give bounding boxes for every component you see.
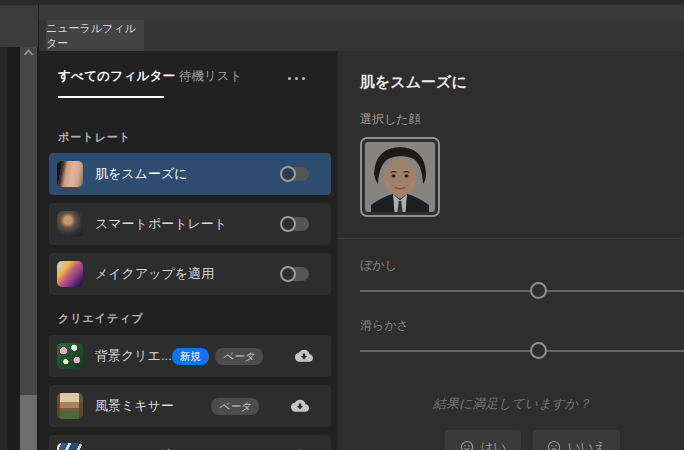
filter-item-label: 風景ミキサー bbox=[95, 397, 174, 415]
section-divider bbox=[338, 238, 684, 239]
filter-thumbnail-smart-portrait bbox=[57, 211, 83, 237]
beta-badge: ベータ bbox=[211, 398, 259, 415]
filter-item-label: スマートポートレート bbox=[95, 215, 227, 233]
background-panel-header bbox=[0, 5, 38, 48]
filter-item-background-creation[interactable]: 背景クリエ... 新規 ベータ bbox=[49, 335, 331, 377]
scrollbar-track[interactable] bbox=[20, 47, 37, 450]
sad-face-icon bbox=[547, 440, 561, 450]
feedback-yes-label: はい bbox=[481, 439, 507, 450]
smoothness-slider-knob[interactable] bbox=[530, 342, 547, 359]
filter-item-smart-portrait[interactable]: スマートポートレート bbox=[49, 203, 331, 245]
filter-thumbnail-style-transfer bbox=[57, 443, 83, 450]
filter-item-style-transfer[interactable]: スタイルの適用 bbox=[49, 435, 331, 450]
makeup-toggle[interactable] bbox=[281, 267, 309, 281]
filter-item-smooth-skin[interactable]: 肌をスムーズに bbox=[49, 153, 331, 195]
filter-thumbnail-makeup bbox=[57, 261, 83, 287]
blur-slider-track[interactable] bbox=[360, 290, 684, 292]
blur-slider-label: ぼかし bbox=[360, 257, 397, 274]
neural-filters-window: ニューラルフィルター すべてのフィルター 待機リスト ポートレート 肌をスムーズ… bbox=[0, 0, 684, 450]
beta-badge: ベータ bbox=[215, 348, 263, 365]
feedback-no-label: いいえ bbox=[568, 439, 606, 450]
filter-detail-panel: 肌をスムーズに 選択した顔 bbox=[337, 51, 684, 450]
filter-thumbnail-landscape-mixer bbox=[57, 393, 83, 419]
filter-thumbnail-smooth-skin bbox=[57, 161, 83, 187]
dialog-tab-strip: ニューラルフィルター bbox=[39, 20, 684, 51]
filter-thumbnail-background-creation bbox=[57, 343, 83, 369]
filter-item-label: 背景クリエ... bbox=[95, 347, 172, 365]
smooth-skin-toggle[interactable] bbox=[281, 167, 309, 181]
feedback-question: 結果に満足していますか？ bbox=[338, 395, 684, 413]
feedback-yes-button[interactable]: はい bbox=[445, 430, 521, 450]
dialog-top-bar bbox=[39, 5, 684, 20]
selected-face-thumbnail[interactable] bbox=[360, 137, 440, 217]
more-options-icon[interactable] bbox=[288, 77, 305, 80]
happy-face-icon bbox=[460, 440, 474, 450]
tab-wait-list[interactable]: 待機リスト bbox=[179, 68, 242, 85]
detail-title: 肌をスムーズに bbox=[360, 73, 467, 92]
neural-filters-dialog: ニューラルフィルター すべてのフィルター 待機リスト ポートレート 肌をスムーズ… bbox=[38, 5, 684, 450]
tab-all-filters[interactable]: すべてのフィルター bbox=[58, 68, 176, 85]
filter-item-label: 肌をスムーズに bbox=[95, 165, 188, 183]
smoothness-slider-label: 滑らかさ bbox=[360, 317, 409, 334]
selected-face-label: 選択した顔 bbox=[360, 111, 421, 128]
tab-neural-filter[interactable]: ニューラルフィルター bbox=[46, 20, 144, 51]
filter-item-label: メイクアップを適用 bbox=[95, 265, 214, 283]
smoothness-slider-track[interactable] bbox=[360, 350, 684, 352]
cloud-download-icon[interactable] bbox=[295, 349, 313, 363]
cloud-download-icon[interactable] bbox=[291, 399, 309, 413]
new-badge: 新規 bbox=[172, 348, 209, 365]
face-portrait-image bbox=[365, 142, 435, 212]
blur-slider-knob[interactable] bbox=[530, 282, 547, 299]
section-creative-label: クリエイティブ bbox=[58, 311, 144, 326]
scrollbar-thumb[interactable] bbox=[20, 395, 37, 450]
section-portrait-label: ポートレート bbox=[58, 130, 131, 145]
smart-portrait-toggle[interactable] bbox=[281, 217, 309, 231]
active-tab-underline bbox=[58, 96, 164, 98]
scrollbar-up-icon[interactable] bbox=[22, 47, 35, 58]
filter-list-panel: すべてのフィルター 待機リスト ポートレート 肌をスムーズに スマートポートレー… bbox=[39, 51, 337, 450]
background-canvas-edge bbox=[0, 47, 7, 450]
filter-item-makeup-transfer[interactable]: メイクアップを適用 bbox=[49, 253, 331, 295]
feedback-no-button[interactable]: いいえ bbox=[533, 430, 620, 450]
filter-item-landscape-mixer[interactable]: 風景ミキサー ベータ bbox=[49, 385, 331, 427]
